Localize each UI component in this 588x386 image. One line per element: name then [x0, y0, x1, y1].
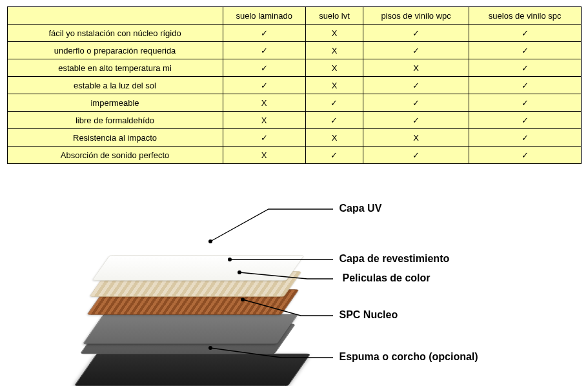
- cell-value: X: [223, 112, 305, 129]
- table-row: Absorción de sonido perfectoX✓✓✓: [7, 147, 581, 164]
- label-color: Peliculas de color: [343, 272, 431, 284]
- cell-value: X: [305, 59, 363, 77]
- cell-value: X: [363, 129, 469, 147]
- row-label: fácil yo nstalación con núcleo rígido: [7, 25, 223, 42]
- row-label: Resistencia al impacto: [7, 129, 223, 147]
- table-row: underflo o preparación requerida✓X✓✓: [7, 42, 581, 59]
- cell-value: ✓: [469, 59, 581, 77]
- table-row: fácil yo nstalación con núcleo rígido✓X✓…: [7, 25, 581, 42]
- cell-value: ✓: [469, 147, 581, 164]
- cell-value: ✓: [469, 42, 581, 59]
- svg-point-3: [241, 298, 245, 301]
- label-wear: Capa de revestimiento: [340, 253, 450, 265]
- header-laminado: suelo laminado: [223, 7, 305, 25]
- layer-diagram: Capa UV Capa de revestimiento Peliculas …: [49, 190, 540, 386]
- cell-value: X: [223, 94, 305, 112]
- cell-value: ✓: [305, 94, 363, 112]
- cell-value: ✓: [469, 129, 581, 147]
- header-spc: suelos de vinilo spc: [469, 7, 581, 25]
- label-foam: Espuma o corcho (opcional): [340, 351, 478, 363]
- header-blank: [7, 7, 223, 25]
- cell-value: X: [305, 77, 363, 94]
- cell-value: X: [223, 147, 305, 164]
- table-row: estable a la luz del sol✓X✓✓: [7, 77, 581, 94]
- label-core: SPC Nucleo: [340, 309, 398, 321]
- cell-value: ✓: [363, 94, 469, 112]
- row-label: impermeable: [7, 94, 223, 112]
- row-label: Absorción de sonido perfecto: [7, 147, 223, 164]
- cell-value: ✓: [223, 129, 305, 147]
- svg-point-1: [228, 258, 232, 261]
- label-uv: Capa UV: [340, 203, 382, 214]
- cell-value: ✓: [363, 42, 469, 59]
- row-label: estable en alto temperatura mi: [7, 59, 223, 77]
- cell-value: ✓: [305, 147, 363, 164]
- table-row: Resistencia al impacto✓XX✓: [7, 129, 581, 147]
- cell-value: ✓: [469, 112, 581, 129]
- cell-value: X: [363, 59, 469, 77]
- svg-point-0: [208, 239, 212, 243]
- cell-value: ✓: [305, 112, 363, 129]
- cell-value: ✓: [469, 25, 581, 42]
- cell-value: ✓: [363, 112, 469, 129]
- cell-value: ✓: [223, 59, 305, 77]
- row-label: estable a la luz del sol: [7, 77, 223, 94]
- cell-value: X: [305, 25, 363, 42]
- header-lvt: suelo lvt: [305, 7, 363, 25]
- cell-value: ✓: [469, 94, 581, 112]
- cell-value: ✓: [223, 25, 305, 42]
- cell-value: ✓: [469, 77, 581, 94]
- table-row: impermeableX✓✓✓: [7, 94, 581, 112]
- row-label: underflo o preparación requerida: [7, 42, 223, 59]
- cell-value: ✓: [363, 77, 469, 94]
- cell-value: ✓: [363, 147, 469, 164]
- table-row: libre de formaldehídoX✓✓✓: [7, 112, 581, 129]
- table-row: estable en alto temperatura mi✓XX✓: [7, 59, 581, 77]
- cell-value: ✓: [363, 25, 469, 42]
- header-wpc: pisos de vinilo wpc: [363, 7, 469, 25]
- cell-value: ✓: [223, 42, 305, 59]
- comparison-table: suelo laminado suelo lvt pisos de vinilo…: [7, 6, 582, 164]
- table-header-row: suelo laminado suelo lvt pisos de vinilo…: [7, 7, 581, 25]
- cell-value: ✓: [223, 77, 305, 94]
- svg-point-4: [208, 346, 212, 350]
- table-body: fácil yo nstalación con núcleo rígido✓X✓…: [7, 25, 581, 164]
- svg-point-2: [238, 270, 241, 274]
- cell-value: X: [305, 129, 363, 147]
- cell-value: X: [305, 42, 363, 59]
- row-label: libre de formaldehído: [7, 112, 223, 129]
